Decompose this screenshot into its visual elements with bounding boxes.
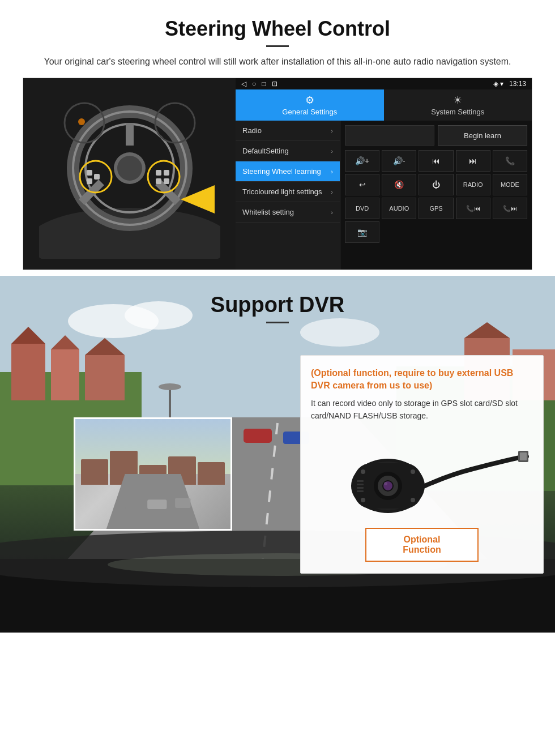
- btn-vol-down[interactable]: 🔊-: [382, 150, 416, 172]
- svg-rect-31: [11, 344, 45, 400]
- svg-point-58: [383, 481, 392, 490]
- steering-wheel-section: Steering Wheel Control Your original car…: [0, 0, 555, 276]
- svg-point-61: [361, 469, 365, 474]
- section1-description: Your original car's steering wheel contr…: [23, 55, 532, 69]
- btn-phone-prev[interactable]: 📞⏮: [456, 198, 490, 219]
- building5: [198, 462, 225, 485]
- dvr-description: It can record video only to storage in G…: [311, 397, 533, 422]
- nav-icons: ◁ ○ □ ⊡: [241, 80, 278, 88]
- begin-learn-button[interactable]: Begin learn: [438, 125, 527, 146]
- section2-title: Support DVR: [0, 276, 555, 317]
- svg-rect-16: [164, 170, 169, 176]
- chevron-icon: ›: [331, 209, 333, 216]
- begin-learn-row: Begin learn: [345, 125, 527, 146]
- svg-point-9: [117, 156, 142, 181]
- chevron-icon: ›: [331, 127, 333, 134]
- btn-gps[interactable]: GPS: [419, 198, 453, 219]
- control-buttons-grid: 🔊+ 🔊- ⏮ ⏭ 📞 ↩ 🔇 ⏻ RADIO MODE DVD AUDIO G…: [345, 150, 527, 243]
- svg-point-64: [411, 498, 415, 502]
- menu-list: Radio › DefaultSetting › Steering Wheel …: [236, 121, 340, 270]
- dvr-thumb-inner: [75, 419, 230, 529]
- svg-rect-33: [51, 349, 79, 400]
- btn-radio[interactable]: RADIO: [456, 174, 490, 195]
- steering-ui-screenshot: ◁ ○ □ ⊡ ◈ ▾ 13:13 ⚙ General Settings ☀ S…: [23, 78, 532, 270]
- chevron-icon: ›: [331, 189, 333, 195]
- svg-rect-18: [164, 178, 169, 184]
- section2-divider: [266, 322, 289, 323]
- svg-rect-12: [87, 170, 92, 176]
- tab-system-settings[interactable]: ☀ System Settings: [384, 89, 532, 121]
- btn-vol-up[interactable]: 🔊+: [345, 150, 379, 172]
- menu-tricoloured-label: Tricoloured light settings: [242, 187, 322, 196]
- svg-rect-17: [156, 178, 161, 184]
- svg-rect-65: [357, 480, 364, 482]
- chevron-icon: ›: [331, 168, 333, 175]
- tab-general-settings[interactable]: ⚙ General Settings: [236, 89, 384, 121]
- svg-rect-68: [357, 490, 364, 492]
- btn-prev-track[interactable]: ⏮: [419, 150, 453, 172]
- svg-rect-66: [357, 484, 364, 485]
- support-dvr-section: Support DVR (Optional function, require …: [0, 276, 555, 633]
- btn-phone[interactable]: 📞: [493, 150, 527, 172]
- dvr-preview-thumbnail: [74, 417, 232, 531]
- title-divider: [266, 45, 289, 47]
- svg-rect-48: [125, 501, 142, 509]
- menu-item-default-setting[interactable]: DefaultSetting ›: [236, 141, 340, 161]
- svg-point-26: [300, 318, 379, 347]
- svg-rect-14: [94, 174, 100, 180]
- svg-rect-67: [357, 487, 364, 489]
- btn-next-track[interactable]: ⏭: [456, 150, 490, 172]
- dvr-camera-image: [311, 429, 533, 520]
- btn-mute[interactable]: 🔇: [382, 174, 416, 195]
- menu-steering-label: Steering Wheel learning: [242, 167, 321, 176]
- svg-point-22: [78, 118, 85, 125]
- svg-point-1: [39, 208, 220, 259]
- btn-camera[interactable]: 📷: [345, 221, 379, 243]
- dvr-camera-svg: [314, 429, 530, 520]
- menu-item-steering-wheel[interactable]: Steering Wheel learning ›: [236, 161, 340, 182]
- svg-rect-60: [520, 452, 527, 460]
- menu-radio-label: Radio: [242, 126, 262, 135]
- btn-mode[interactable]: MODE: [493, 174, 527, 195]
- section1-title: Steering Wheel Control: [23, 17, 532, 41]
- dvr-info-card: (Optional function, require to buy exter…: [300, 355, 544, 574]
- steering-wheel-svg: [39, 89, 220, 259]
- svg-rect-42: [244, 429, 272, 443]
- menu-item-whitelist[interactable]: Whitelist setting ›: [236, 202, 340, 223]
- steering-wheel-photo: [23, 78, 236, 270]
- android-panel: ◁ ○ □ ⊡ ◈ ▾ 13:13 ⚙ General Settings ☀ S…: [236, 78, 532, 270]
- optional-function-button[interactable]: Optional Function: [365, 528, 479, 562]
- tab-general-label: General Settings: [282, 108, 337, 116]
- menu-default-label: DefaultSetting: [242, 147, 289, 155]
- btn-back[interactable]: ↩: [345, 174, 379, 195]
- menu-item-radio[interactable]: Radio ›: [236, 121, 340, 141]
- svg-rect-35: [85, 355, 125, 400]
- buttons-panel: Begin learn 🔊+ 🔊- ⏮ ⏭ 📞 ↩ 🔇 ⏻ RADIO MODE…: [340, 121, 532, 270]
- android-tabs: ⚙ General Settings ☀ System Settings: [236, 89, 532, 121]
- android-content: Radio › DefaultSetting › Steering Wheel …: [236, 121, 532, 270]
- svg-point-63: [411, 469, 415, 474]
- status-info: ◈ ▾ 13:13: [493, 80, 526, 88]
- svg-rect-13: [87, 178, 92, 184]
- btn-audio[interactable]: AUDIO: [382, 198, 416, 219]
- menu-whitelist-label: Whitelist setting: [242, 208, 294, 216]
- btn-dvd[interactable]: DVD: [345, 198, 379, 219]
- svg-point-41: [159, 383, 181, 390]
- svg-point-62: [361, 498, 365, 502]
- svg-rect-15: [156, 170, 161, 176]
- tab-system-label: System Settings: [431, 108, 484, 116]
- building1: [81, 459, 108, 485]
- optional-notice: (Optional function, require to buy exter…: [311, 367, 533, 392]
- chevron-icon: ›: [331, 148, 333, 155]
- svg-rect-50: [175, 498, 190, 508]
- android-statusbar: ◁ ○ □ ⊡ ◈ ▾ 13:13: [236, 78, 532, 89]
- btn-power[interactable]: ⏻: [419, 174, 453, 195]
- svg-rect-49: [147, 499, 166, 509]
- settings-icon: ⚙: [305, 94, 314, 106]
- system-icon: ☀: [453, 94, 462, 106]
- thumb-cars: [75, 489, 230, 523]
- menu-item-tricoloured[interactable]: Tricoloured light settings ›: [236, 182, 340, 202]
- empty-cell: [345, 125, 434, 146]
- btn-phone-next[interactable]: 📞⏭: [493, 198, 527, 219]
